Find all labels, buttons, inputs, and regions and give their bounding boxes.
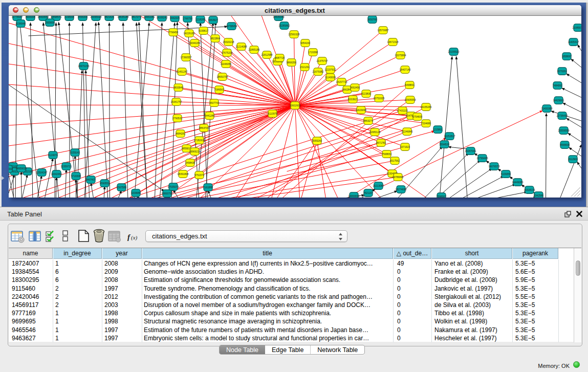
svg-text:12504247: 12504247 [36,171,47,174]
svg-text:4684281: 4684281 [175,133,185,135]
svg-text:21451247: 21451247 [176,71,187,73]
svg-text:11778947: 11778947 [11,16,23,18]
svg-text:21089075: 21089075 [572,27,581,29]
svg-text:14449080: 14449080 [512,181,523,184]
svg-text:14535349: 14535349 [273,16,284,18]
svg-text:9866356: 9866356 [286,61,296,64]
svg-text:9467407: 9467407 [85,179,95,181]
svg-text:6110979: 6110979 [268,113,277,115]
svg-text:10252817: 10252817 [444,135,455,138]
svg-text:2790532: 2790532 [172,117,182,120]
svg-text:16407140: 16407140 [399,69,410,71]
svg-text:8236948: 8236948 [15,23,25,25]
svg-text:4859019: 4859019 [181,147,191,150]
svg-text:5109359: 5109359 [500,173,510,176]
svg-text:9199617: 9199617 [198,30,208,32]
svg-text:18274690: 18274690 [395,188,406,191]
svg-text:20753335: 20753335 [373,97,384,100]
svg-text:14169242: 14169242 [156,16,167,19]
svg-text:8270261: 8270261 [557,70,567,73]
svg-text:8355260: 8355260 [312,140,321,142]
svg-text:17535079: 17535079 [167,186,179,188]
svg-text:3650760: 3650760 [367,18,377,21]
svg-text:10898571: 10898571 [50,16,61,18]
svg-text:14076573: 14076573 [488,165,499,168]
svg-text:7161888: 7161888 [203,186,212,189]
svg-text:14340283: 14340283 [189,42,200,45]
svg-text:8203927: 8203927 [347,98,357,101]
svg-text:6371923: 6371923 [400,146,409,148]
svg-text:21214088: 21214088 [235,46,247,48]
svg-text:8863274: 8863274 [363,120,373,122]
svg-text:15341757: 15341757 [170,101,182,103]
svg-text:4590551: 4590551 [99,182,109,185]
svg-text:15320218: 15320218 [223,41,234,43]
svg-text:21400388: 21400388 [541,107,552,110]
svg-text:22736430: 22736430 [556,115,568,117]
svg-text:3507743: 3507743 [209,102,219,104]
svg-text:3209689: 3209689 [130,192,140,194]
svg-text:14429661: 14429661 [553,99,564,102]
svg-text:5716308: 5716308 [71,175,80,178]
svg-text:14635188: 14635188 [117,16,128,18]
svg-text:7796458: 7796458 [168,31,178,34]
svg-text:21683129: 21683129 [369,131,380,134]
svg-text:22560328: 22560328 [288,33,299,36]
svg-text:4124074: 4124074 [48,154,57,157]
svg-text:20095918: 20095918 [90,16,101,18]
svg-text:11629096: 11629096 [355,109,366,112]
svg-text:13672318: 13672318 [387,41,398,43]
svg-text:11046056: 11046056 [220,63,231,65]
svg-text:15318215: 15318215 [524,189,535,191]
svg-text:8342586: 8342586 [533,194,543,197]
svg-text:7598307: 7598307 [436,195,446,198]
svg-text:4223830: 4223830 [361,93,371,95]
svg-text:22246845: 22246845 [401,130,412,133]
svg-text:16213087: 16213087 [373,185,384,187]
svg-text:13570687: 13570687 [377,29,388,32]
svg-text:2955654: 2955654 [45,21,54,24]
svg-text:2612903: 2612903 [568,158,577,161]
svg-text:15285862: 15285862 [278,25,290,27]
svg-text:1858697: 1858697 [561,55,571,58]
svg-text:6517562: 6517562 [389,160,399,162]
svg-text:8906308: 8906308 [25,16,35,18]
svg-text:2498438: 2498438 [185,162,194,164]
svg-text:1708333: 1708333 [9,168,13,170]
svg-text:18409552: 18409552 [37,16,49,18]
svg-text:22799495: 22799495 [476,157,488,160]
svg-text:1567589: 1567589 [116,186,126,189]
svg-text:11405417: 11405417 [568,41,579,43]
svg-text:1215801: 1215801 [432,128,442,131]
svg-text:22075864: 22075864 [395,54,406,57]
svg-text:16970156: 16970156 [78,65,89,68]
svg-text:17431101: 17431101 [397,110,408,112]
svg-text:18391808: 18391808 [177,173,188,176]
svg-text:5754609: 5754609 [412,116,422,118]
svg-text:11143009: 11143009 [324,76,335,79]
svg-text:9822864: 9822864 [210,37,220,40]
svg-text:14959025: 14959025 [15,167,27,170]
svg-text:f: f [127,233,131,241]
svg-text:11642462: 11642462 [51,173,62,176]
svg-text:18650794: 18650794 [216,76,228,78]
svg-text:19966830: 19966830 [348,195,359,198]
svg-text:21812588: 21812588 [261,54,272,56]
svg-text:9571782: 9571782 [376,142,385,144]
svg-text:5594526: 5594526 [439,143,449,146]
svg-text:1218285: 1218285 [195,18,205,21]
svg-text:21679382: 21679382 [312,71,323,73]
svg-text:2198308: 2198308 [64,16,74,18]
svg-text:9354160: 9354160 [300,42,310,45]
svg-text:3833949: 3833949 [173,86,183,89]
svg-text:8363927: 8363927 [208,19,217,21]
svg-text:5441286: 5441286 [204,115,214,117]
svg-text:14157713: 14157713 [336,81,347,83]
svg-text:17675209: 17675209 [221,52,232,54]
svg-text:1720398: 1720398 [308,51,317,54]
svg-text:4821426: 4821426 [104,16,114,18]
svg-text:10961081: 10961081 [143,16,155,18]
svg-text:12237912: 12237912 [324,69,336,71]
svg-text:14155266: 14155266 [420,106,431,108]
svg-text:16800792: 16800792 [161,192,172,195]
